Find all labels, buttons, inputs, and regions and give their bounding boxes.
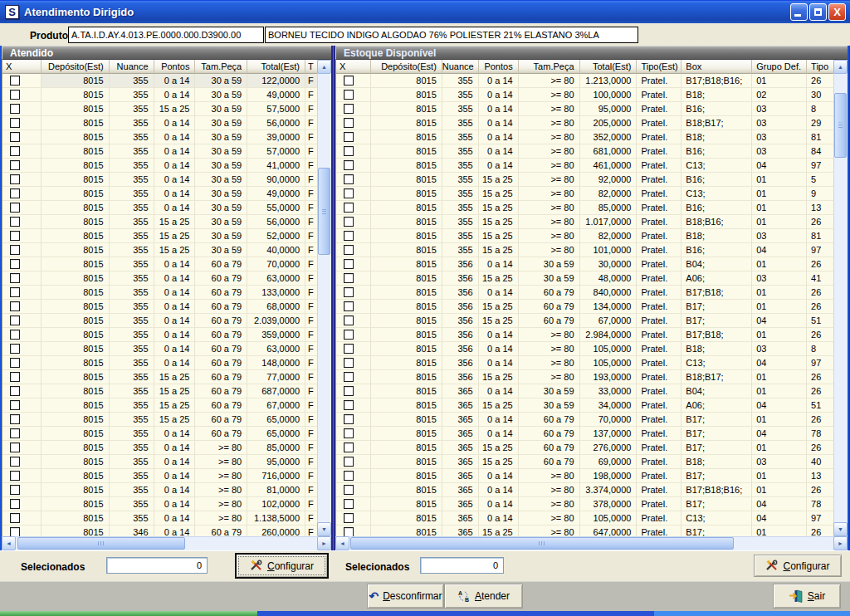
table-row[interactable]: 801535515 a 2560 a 7977,0000F [2,370,317,384]
table-row[interactable]: 801535615 a 2530 a 5948,0000Pratel.A06;0… [336,271,833,286]
column-header[interactable]: Nuance [442,60,479,74]
row-checkbox[interactable] [10,457,20,467]
table-row[interactable]: 80153550 a 14>= 80716,0000F [2,469,317,483]
row-checkbox[interactable] [10,527,20,536]
column-header[interactable]: Total(Est) [580,60,638,74]
table-row[interactable]: 80153560 a 14>= 80105,0000Pratel.B18;038 [336,342,833,356]
row-checkbox[interactable] [344,104,354,114]
atender-button[interactable]: A B Atender [444,584,523,609]
table-row[interactable]: 801535515 a 2530 a 5956,0000F [2,215,317,229]
table-row[interactable]: 801535515 a 25>= 8082,0000Pratel.B18;038… [336,229,833,243]
table-row[interactable]: 801536515 a 2560 a 7969,0000Pratel.B18;0… [336,455,833,469]
row-checkbox[interactable] [344,442,354,452]
row-checkbox[interactable] [10,414,20,424]
row-checkbox[interactable] [10,485,20,495]
table-row[interactable]: 80153550 a 1430 a 59122,0000F [2,74,317,88]
row-checkbox[interactable] [344,118,354,128]
table-row[interactable]: 801535515 a 25>= 8085,0000Pratel.B16;011… [336,201,833,215]
table-row[interactable]: 801535515 a 2560 a 7967,0000F [2,398,317,413]
row-checkbox[interactable] [10,273,20,283]
row-checkbox[interactable] [10,301,20,311]
row-checkbox[interactable] [10,513,20,523]
row-checkbox[interactable] [10,330,20,340]
table-row[interactable]: 80153550 a 1430 a 5957,0000F [2,144,317,159]
table-row[interactable]: 80153550 a 1430 a 5939,0000F [2,130,317,144]
column-header[interactable]: Tam.Peça [195,60,247,74]
table-row[interactable]: 80153550 a 14>= 80100,0000Pratel.B18;023… [336,88,833,102]
table-row[interactable]: 80153550 a 14>= 8081,0000F [2,483,317,497]
column-header[interactable]: Tipo [807,60,833,74]
row-checkbox[interactable] [344,188,354,198]
column-header[interactable]: Depósito(Est) [371,60,442,74]
row-checkbox[interactable] [344,217,354,227]
column-header[interactable]: Tam.Peça [519,60,580,74]
row-checkbox[interactable] [10,471,20,481]
table-row[interactable]: 80153550 a 14>= 80102,0000F [2,497,317,511]
row-checkbox[interactable] [10,259,20,269]
row-checkbox[interactable] [344,287,354,297]
row-checkbox[interactable] [344,146,354,156]
row-checkbox[interactable] [344,513,354,523]
table-row[interactable]: 80153550 a 1460 a 7963,0000F [2,342,317,356]
scroll-down-icon[interactable]: ▼ [317,522,331,536]
produto-code-field[interactable]: A.TA.I.D.AY.4.013.PE.0000.000.D3900.00 [68,27,264,43]
row-checkbox[interactable] [344,428,354,438]
row-checkbox[interactable] [344,499,354,509]
column-header[interactable]: T [305,60,317,74]
table-row[interactable]: 80153650 a 14>= 80378,0000Pratel.B17;047… [336,497,833,511]
table-row[interactable]: 80153550 a 14>= 8085,0000F [2,441,317,455]
produto-description-field[interactable]: BORNEU TECIDO INDIGO ALGODAO 76% POLIEST… [265,27,638,43]
table-row[interactable]: 801535615 a 25>= 80193,0000Pratel.B18;B1… [336,370,833,384]
row-checkbox[interactable] [344,174,354,184]
scroll-left-icon[interactable]: ◄ [2,536,16,550]
row-checkbox[interactable] [344,372,354,382]
row-checkbox[interactable] [344,527,354,536]
row-checkbox[interactable] [10,372,20,382]
table-row[interactable]: 80153550 a 1460 a 79148,0000F [2,356,317,370]
row-checkbox[interactable] [344,344,354,354]
row-checkbox[interactable] [10,315,20,325]
row-checkbox[interactable] [10,174,20,184]
column-header[interactable]: Tipo(Est) [637,60,681,74]
table-row[interactable]: 80153650 a 14>= 80105,0000Pratel.C13;049… [336,511,833,526]
taskbar-sliver[interactable] [0,611,850,616]
table-row[interactable]: 80153550 a 1460 a 7965,0000F [2,427,317,441]
row-checkbox[interactable] [344,231,354,241]
table-row[interactable]: 801536515 a 2560 a 79276,0000Pratel.B17;… [336,441,833,455]
table-row[interactable]: 80153550 a 1430 a 5990,0000F [2,173,317,187]
column-header[interactable]: Total(Est) [247,60,305,74]
sair-button[interactable]: Sair [773,584,841,609]
table-row[interactable]: 80153460 a 1460 a 79260,0000F [2,526,317,536]
row-checkbox[interactable] [10,231,20,241]
desconfirmar-button[interactable]: ↶ Desconfirmar [367,584,444,609]
row-checkbox[interactable] [10,104,20,114]
table-row[interactable]: 80153550 a 14>= 8095,0000Pratel.B16;038 [336,102,833,116]
table-row[interactable]: 80153550 a 14>= 8095,0000F [2,455,317,469]
scroll-thumb[interactable] [17,537,185,550]
table-row[interactable]: 80153550 a 1430 a 5955,0000F [2,201,317,215]
table-row[interactable]: 80153550 a 1460 a 7963,0000F [2,271,317,286]
table-row[interactable]: 801536515 a 2530 a 5934,0000Pratel.A06;0… [336,398,833,413]
close-button[interactable]: X [828,3,846,21]
row-checkbox[interactable] [10,287,20,297]
table-row[interactable]: 801536515 a 25>= 80647,0000Pratel.B17;01… [336,526,833,536]
estoque-horizontal-scrollbar[interactable]: ◄ ► [335,536,848,550]
row-checkbox[interactable] [10,386,20,396]
table-row[interactable]: 801535515 a 25>= 8092,0000Pratel.B16;015 [336,173,833,187]
row-checkbox[interactable] [10,90,20,100]
table-row[interactable]: 80153650 a 14>= 803.374,0000Pratel.B17;B… [336,483,833,497]
row-checkbox[interactable] [344,386,354,396]
row-checkbox[interactable] [10,146,20,156]
row-checkbox[interactable] [344,273,354,283]
table-row[interactable]: 80153550 a 1430 a 5949,0000F [2,88,317,102]
row-checkbox[interactable] [344,358,354,368]
column-header[interactable]: Depósito(Est) [42,60,110,74]
column-header[interactable]: Nuance [110,60,154,74]
row-checkbox[interactable] [344,160,354,170]
row-checkbox[interactable] [10,499,20,509]
table-row[interactable]: 80153560 a 14>= 80105,0000Pratel.C13;049… [336,356,833,370]
column-header[interactable]: Grupo Def. [752,60,807,74]
row-checkbox[interactable] [10,344,20,354]
table-row[interactable]: 80153650 a 14>= 80198,0000Pratel.B17;011… [336,469,833,483]
row-checkbox[interactable] [10,118,20,128]
